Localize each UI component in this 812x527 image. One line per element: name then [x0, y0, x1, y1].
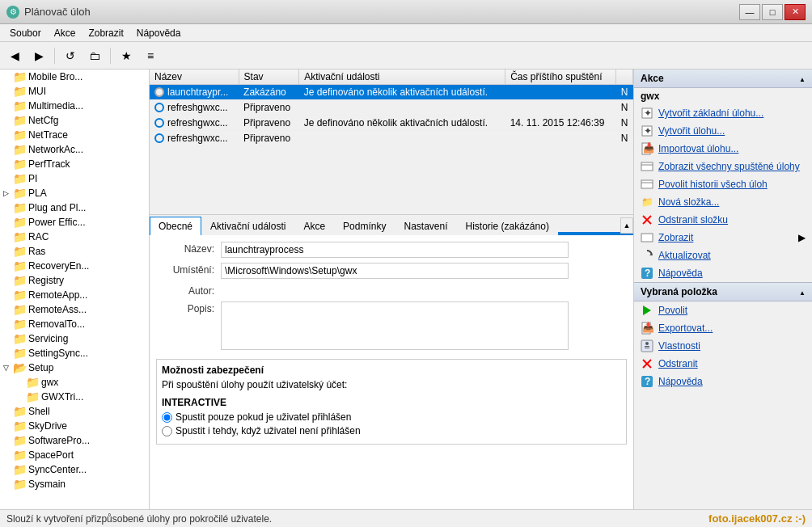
toolbar-star[interactable]: ★ [115, 45, 137, 66]
sidebar-item-sysmain[interactable]: 📁 Sysmain [0, 477, 149, 491]
sidebar-item-mui[interactable]: 📁 MUI [0, 84, 149, 99]
radio-not-logged[interactable] [162, 426, 172, 436]
action-label-create-task: Vytvořit úlohu... [658, 125, 725, 137]
sidebar-label: GWXTri... [41, 391, 83, 403]
sidebar-item-powereffic[interactable]: 📁 Power Effic... [0, 215, 149, 230]
security-account-value: INTERACTIVE [162, 395, 621, 411]
title-bar-left: ⚙ Plánovač úloh [6, 6, 91, 19]
close-button[interactable]: ✕ [785, 4, 806, 20]
action-create-basic[interactable]: ✦ Vytvořit základní úlohu... [634, 104, 812, 122]
minimize-button[interactable]: — [739, 4, 760, 20]
menu-akce[interactable]: Akce [48, 26, 82, 40]
window-title: Plánovač úloh [24, 6, 91, 18]
radio-logged-in[interactable] [162, 412, 172, 423]
menu-napoveda[interactable]: Nápověda [130, 26, 188, 40]
help-icon: ? [641, 267, 653, 280]
toolbar-refresh[interactable]: ↺ [59, 45, 82, 66]
sidebar-item-setup[interactable]: ▽ 📂 Setup [0, 360, 149, 375]
export-icon: 📤 [641, 322, 653, 335]
col-header-nextrun[interactable]: Čas příštího spuštění [505, 70, 616, 85]
sidebar-item-gwx[interactable]: 📁 gwx [0, 375, 149, 390]
action-new-folder[interactable]: 📁 Nová složka... [634, 193, 812, 211]
sidebar-item-mobilebro[interactable]: 📁 Mobile Bro... [0, 70, 149, 84]
tab-podminky[interactable]: Podmínky [334, 217, 395, 235]
sidebar-item-nettrace[interactable]: 📁 NetTrace [0, 128, 149, 142]
tab-historie[interactable]: Historie (zakázáno) [457, 217, 558, 235]
nazev-input[interactable] [221, 242, 569, 258]
action-help-selected[interactable]: ? Nápověda [634, 373, 812, 390]
umisteni-input[interactable] [221, 263, 569, 279]
sidebar-item-pla[interactable]: ▷ 📁 PLA [0, 186, 149, 200]
toolbar-back[interactable]: ◀ [3, 45, 26, 66]
sidebar-label: RecoveryEn... [28, 260, 89, 272]
sidebar-item-synccenter[interactable]: 📁 SyncCenter... [0, 462, 149, 477]
sidebar-item-perftrack[interactable]: 📁 PerfTrack [0, 157, 149, 171]
action-export[interactable]: 📤 Exportovat... [634, 319, 812, 337]
action-properties[interactable]: Vlastnosti [634, 337, 812, 355]
task-row[interactable]: refreshgwxc... Připraveno N [150, 100, 633, 116]
menu-soubor[interactable]: Soubor [3, 26, 48, 40]
tab-akce[interactable]: Akce [294, 217, 334, 235]
action-import[interactable]: 📥 Importovat úlohu... [634, 140, 812, 158]
sidebar-item-spaceport[interactable]: 📁 SpacePort [0, 448, 149, 462]
selected-collapse-icon[interactable] [799, 286, 806, 297]
popis-textarea[interactable] [221, 301, 569, 350]
svg-point-20 [645, 342, 649, 345]
toolbar-forward[interactable]: ▶ [27, 45, 50, 66]
col-header-name[interactable]: Název [150, 70, 239, 85]
toolbar-list[interactable]: ≡ [139, 45, 162, 66]
task-trigger: Je definováno několik aktivačních událos… [299, 85, 505, 100]
action-enable[interactable]: Povolit [634, 301, 812, 319]
action-delete-folder[interactable]: Odstranit složku [634, 211, 812, 229]
sidebar-item-recoveryen[interactable]: 📁 RecoveryEn... [0, 259, 149, 273]
action-delete[interactable]: Odstranit [634, 355, 812, 373]
title-bar-controls: — □ ✕ [739, 4, 806, 20]
tab-scroll-btn[interactable]: ▲ [620, 217, 633, 234]
action-help-main[interactable]: ? Nápověda [634, 264, 812, 282]
folder-icon: 📁 [13, 201, 26, 214]
create-basic-icon: ✦ [641, 107, 653, 120]
task-row[interactable]: launchtraypr... Zakázáno Je definováno n… [150, 85, 633, 100]
folder-icon: 📁 [13, 332, 26, 345]
action-view-running[interactable]: Zobrazit všechny spuštěné úlohy [634, 158, 812, 175]
toolbar-folder[interactable]: 🗀 [83, 45, 106, 66]
sidebar-item-rac[interactable]: 📁 RAC [0, 230, 149, 244]
sidebar-item-remoteapp[interactable]: 📁 RemoteApp... [0, 288, 149, 302]
action-view[interactable]: Zobrazit ▶ [634, 229, 812, 247]
tab-obecne[interactable]: Obecné [150, 217, 201, 235]
sidebar-item-removalto[interactable]: 📁 RemovalTo... [0, 317, 149, 331]
col-header-trigger[interactable]: Aktivační události [299, 70, 505, 85]
sidebar-item-shell[interactable]: 📁 Shell [0, 404, 149, 419]
sidebar-item-servicing[interactable]: 📁 Servicing [0, 331, 149, 346]
task-row[interactable]: refreshgwxc... Připraveno Je definováno … [150, 116, 633, 131]
task-row[interactable]: refreshgwxc... Připraveno N [150, 131, 633, 146]
sidebar-item-netcfg[interactable]: 📁 NetCfg [0, 113, 149, 128]
sidebar-item-multimedia[interactable]: 📁 Multimedia... [0, 99, 149, 113]
sidebar-item-networkac[interactable]: 📁 NetworkAc... [0, 142, 149, 157]
sidebar-item-softwarepro[interactable]: 📁 SoftwarePro... [0, 433, 149, 448]
sidebar-item-remoteass[interactable]: 📁 RemoteAss... [0, 302, 149, 317]
menu-zobrazit[interactable]: Zobrazit [82, 26, 129, 40]
action-refresh[interactable]: Aktualizovat [634, 247, 812, 264]
col-header-status[interactable]: Stav [239, 70, 299, 85]
sidebar-item-pi[interactable]: 📁 PI [0, 171, 149, 186]
delete-folder-icon [641, 213, 653, 226]
sidebar-item-registry[interactable]: 📁 Registry [0, 273, 149, 288]
actions-collapse-icon[interactable] [799, 73, 806, 84]
sidebar-item-ras[interactable]: 📁 Ras [0, 244, 149, 259]
folder-icon: 📁 [13, 158, 26, 171]
tab-nastaveni[interactable]: Nastavení [395, 217, 456, 235]
sidebar-item-settingsync[interactable]: 📁 SettingSync... [0, 346, 149, 360]
toolbar: ◀ ▶ ↺ 🗀 ★ ≡ [0, 42, 812, 70]
view-running-icon [641, 160, 653, 173]
action-enable-history[interactable]: Povolit historii všech úloh [634, 175, 812, 193]
action-create-task[interactable]: ✦ Vytvořit úlohu... [634, 122, 812, 140]
task-table: Název Stav Aktivační události Čas příští… [150, 70, 633, 146]
enable-icon [641, 304, 653, 317]
maximize-button[interactable]: □ [762, 4, 783, 20]
sidebar-item-gwxtri[interactable]: 📁 GWXTri... [0, 390, 149, 404]
sidebar-label: SyncCenter... [28, 464, 87, 475]
tab-aktivacni[interactable]: Aktivační události [201, 217, 294, 235]
sidebar-item-skydrive[interactable]: 📁 SkyDrive [0, 419, 149, 433]
sidebar-item-plugandpl[interactable]: 📁 Plug and Pl... [0, 200, 149, 215]
